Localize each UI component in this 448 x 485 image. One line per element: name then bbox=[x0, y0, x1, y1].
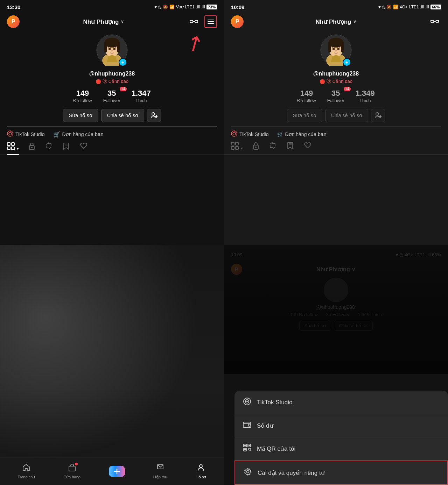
svg-line-38 bbox=[439, 20, 439, 22]
glasses-icon-right[interactable] bbox=[428, 15, 441, 28]
svg-rect-57 bbox=[236, 142, 238, 145]
tab-heart-right[interactable] bbox=[304, 142, 312, 154]
menu-item-qr[interactable]: Mã QR của tôi bbox=[234, 437, 448, 461]
add-friend-btn-left[interactable] bbox=[147, 109, 161, 122]
svg-point-30 bbox=[31, 147, 33, 148]
tab-repost-left[interactable] bbox=[45, 142, 52, 155]
bottom-half: Trang chủ Cửa hàng bbox=[0, 245, 448, 485]
profile-username-left: @nhuphuong238 bbox=[89, 71, 135, 77]
bottom-nav: Trang chủ Cửa hàng bbox=[0, 457, 224, 485]
qr-menu-icon bbox=[243, 443, 251, 454]
add-follow-btn-left[interactable]: + bbox=[119, 58, 127, 66]
inbox-icon bbox=[156, 463, 164, 474]
popup-menu: TikTok Studio Số dư bbox=[234, 391, 448, 485]
nav-profile[interactable]: Hồ sơ bbox=[196, 463, 206, 479]
tab-bookmark-right[interactable] bbox=[286, 142, 294, 154]
menu-item-studio-label: TikTok Studio bbox=[257, 399, 292, 406]
menu-item-settings[interactable]: Cài đặt và quyền riêng tư bbox=[234, 461, 448, 485]
tab-icons-right: ▾ bbox=[224, 142, 448, 155]
share-profile-btn-right[interactable]: Chia sẻ hồ sơ bbox=[325, 109, 368, 122]
nav-inbox[interactable]: Hộp thư bbox=[153, 463, 167, 479]
stat-follower-right[interactable]: 35 +4 Follower bbox=[327, 89, 344, 103]
nav-avatar-right[interactable]: P bbox=[231, 15, 244, 28]
menu-item-qr-label: Mã QR của tôi bbox=[257, 445, 295, 452]
svg-point-19 bbox=[152, 113, 155, 115]
menu-item-balance[interactable]: Số dư bbox=[234, 414, 448, 437]
glasses-icon-left[interactable] bbox=[188, 15, 200, 28]
svg-point-68 bbox=[200, 465, 202, 468]
tab-bookmark-left[interactable] bbox=[62, 142, 70, 155]
avatar-wrapper-left: + bbox=[96, 34, 128, 67]
nav-avatar-left[interactable]: P bbox=[7, 15, 20, 28]
tab-icons-left: ▾ bbox=[0, 142, 224, 155]
warning-badge-right: 🔴 ⓪ Cảnh báo bbox=[320, 78, 352, 85]
menu-item-balance-label: Số dư bbox=[257, 422, 273, 429]
profile-section-right: + @nhuphuong238 🔴 ⓪ Cảnh báo 149 Đã foll… bbox=[224, 31, 448, 126]
svg-rect-28 bbox=[12, 147, 14, 150]
svg-point-48 bbox=[337, 48, 340, 50]
home-icon bbox=[22, 463, 30, 474]
battery-left: 73% bbox=[206, 5, 217, 9]
svg-point-54 bbox=[233, 132, 236, 135]
svg-rect-46 bbox=[341, 43, 344, 52]
studio-link-left[interactable]: TikTok Studio bbox=[7, 130, 45, 138]
status-time-right: 10:09 bbox=[231, 4, 244, 10]
studio-icon-right bbox=[231, 130, 237, 138]
svg-rect-81 bbox=[248, 445, 250, 446]
stat-likes-right[interactable]: 1.349 Thích bbox=[356, 89, 375, 103]
tab-lock-left[interactable] bbox=[29, 142, 35, 155]
stat-follow-left[interactable]: 149 Đã follow bbox=[73, 89, 92, 103]
nav-icons-right bbox=[428, 15, 441, 28]
username-nav-left[interactable]: Như Phượng ∨ bbox=[83, 18, 124, 26]
blur-content bbox=[0, 245, 224, 485]
quick-links-left: TikTok Studio 🛒 Đơn hàng của bạn bbox=[0, 130, 224, 138]
cart-icon-right: 🛒 bbox=[277, 131, 283, 137]
stats-row-left: 149 Đã follow 35 +4 Follower 1.347 Thích bbox=[73, 89, 151, 103]
username-nav-right[interactable]: Như Phượng ∨ bbox=[316, 18, 357, 26]
tab-lock-right[interactable] bbox=[253, 142, 259, 154]
svg-rect-59 bbox=[236, 147, 238, 149]
add-center-icon[interactable] bbox=[109, 466, 125, 477]
svg-rect-1 bbox=[195, 20, 198, 23]
stats-row-right: 149 Đã follow 35 +4 Follower 1.349 Thích bbox=[297, 89, 375, 103]
nav-add[interactable] bbox=[109, 466, 125, 477]
status-time-left: 13:30 bbox=[7, 4, 20, 10]
edit-profile-btn-right[interactable]: Sửa hồ sơ bbox=[287, 109, 322, 122]
orders-link-left[interactable]: 🛒 Đơn hàng của bạn bbox=[53, 130, 104, 138]
profile-label: Hồ sơ bbox=[196, 475, 206, 479]
orders-link-right[interactable]: 🛒 Đơn hàng của bạn bbox=[277, 130, 327, 138]
svg-rect-27 bbox=[7, 147, 10, 150]
edit-profile-btn-left[interactable]: Sửa hồ sơ bbox=[63, 109, 98, 122]
profile-section-left: + @nhuphuong238 🔴 ⓪ Cảnh báo 149 Đã foll… bbox=[0, 31, 224, 126]
tab-repost-right[interactable] bbox=[269, 142, 276, 154]
settings-menu-icon bbox=[244, 468, 252, 478]
tab-heart-left[interactable] bbox=[80, 142, 88, 155]
add-friend-btn-right[interactable] bbox=[371, 109, 385, 122]
stat-follow-right[interactable]: 149 Đã follow bbox=[297, 89, 316, 103]
menu-item-settings-label: Cài đặt và quyền riêng tư bbox=[258, 469, 325, 477]
status-icons-right: ♥ ◷ 🔕 📶 4G+ LTE1 .ill .ill 66% bbox=[378, 5, 441, 9]
shop-label: Cửa hàng bbox=[63, 475, 80, 479]
nav-shop[interactable]: Cửa hàng bbox=[63, 463, 80, 479]
tab-grid-right[interactable]: ▾ bbox=[231, 142, 243, 154]
add-follow-btn-right[interactable]: + bbox=[343, 58, 351, 66]
menu-item-studio[interactable]: TikTok Studio bbox=[234, 391, 448, 414]
svg-rect-35 bbox=[436, 20, 439, 23]
svg-rect-65 bbox=[69, 466, 75, 471]
nav-home[interactable]: Trang chủ bbox=[18, 463, 35, 479]
nav-icons-left bbox=[188, 15, 217, 28]
tab-grid-left[interactable]: ▾ bbox=[7, 142, 19, 155]
bottom-left-section: Trang chủ Cửa hàng bbox=[0, 245, 224, 485]
status-bar-left: 13:30 ♥ ◷ 🔕 📶 Voự LTE1 .ill .ill 73% bbox=[0, 0, 224, 13]
status-bar-right: 10:09 ♥ ◷ 🔕 📶 4G+ LTE1 .ill .ill 66% bbox=[224, 0, 448, 13]
svg-point-61 bbox=[255, 147, 257, 148]
studio-menu-icon bbox=[243, 397, 251, 408]
inbox-label: Hộp thư bbox=[153, 475, 167, 479]
stat-likes-left[interactable]: 1.347 Thích bbox=[132, 89, 151, 103]
studio-link-right[interactable]: TikTok Studio bbox=[231, 130, 269, 138]
hamburger-menu-icon-left[interactable] bbox=[204, 15, 217, 28]
share-profile-btn-left[interactable]: Chia sẻ hồ sơ bbox=[101, 109, 144, 122]
stat-follower-left[interactable]: 35 +4 Follower bbox=[103, 89, 120, 103]
balance-menu-icon bbox=[243, 421, 251, 430]
top-nav-left: P Như Phượng ∨ bbox=[0, 13, 224, 31]
